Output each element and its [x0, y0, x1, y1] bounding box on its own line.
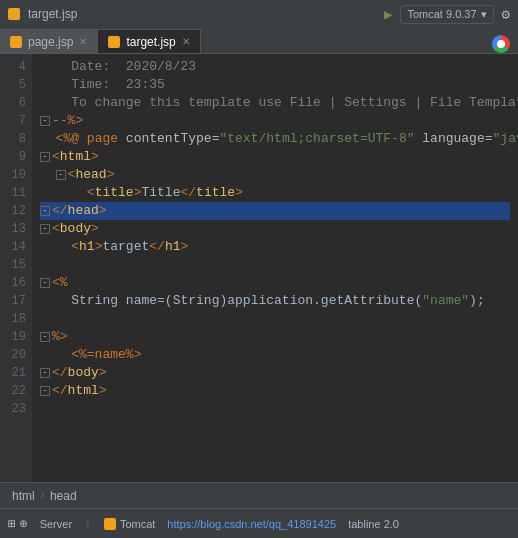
status-server: Server: [40, 518, 72, 530]
tab-page-jsp[interactable]: page.jsp ✕: [0, 29, 98, 53]
code-line-4: Date: 2020/8/23: [40, 58, 510, 76]
code-line-17: String name=(String)application.getAttri…: [40, 292, 510, 310]
tab-label-page: page.jsp: [28, 35, 73, 49]
status-tabline-label: tabline 2.0: [348, 518, 399, 530]
fold-icon-7[interactable]: -: [40, 116, 50, 126]
code-line-22: -</html>: [40, 382, 510, 400]
code-line-13: -<body>: [40, 220, 510, 238]
run-icon[interactable]: ▶: [384, 6, 392, 23]
linenum-16: 16: [6, 274, 26, 292]
linenum-20: 20: [6, 346, 26, 364]
fold-icon-12[interactable]: -: [40, 206, 50, 216]
breadcrumb-head[interactable]: head: [50, 489, 77, 503]
code-line-20: <%=name%>: [40, 346, 510, 364]
tab-icon-page: [10, 36, 22, 48]
fold-icon-19[interactable]: -: [40, 332, 50, 342]
title-bar: target.jsp ▶ Tomcat 9.0.37 ▾ ⚙: [0, 0, 518, 28]
tab-close-page[interactable]: ✕: [79, 36, 87, 47]
linenum-14: 14: [6, 238, 26, 256]
status-icons: ⊞ ⊕: [8, 516, 28, 532]
settings-icon[interactable]: ⚙: [502, 6, 510, 23]
line-numbers: 4 5 6 7 8 9 10 11 12 13 14 15 16 17 18 1…: [0, 54, 32, 482]
fold-icon-21[interactable]: -: [40, 368, 50, 378]
status-tomcat-label: Tomcat: [120, 518, 155, 530]
fold-icon-22[interactable]: -: [40, 386, 50, 396]
linenum-10: 10: [6, 166, 26, 184]
tab-icon-target: [108, 36, 120, 48]
title-bar-left: target.jsp: [8, 7, 77, 21]
linenum-5: 5: [6, 76, 26, 94]
code-line-11: <title>Title</title>: [40, 184, 510, 202]
linenum-9: 9: [6, 148, 26, 166]
linenum-13: 13: [6, 220, 26, 238]
code-line-16: -<%: [40, 274, 510, 292]
linenum-15: 15: [6, 256, 26, 274]
code-line-12: -</head>: [40, 202, 510, 220]
code-line-15: [40, 256, 510, 274]
fold-icon-9[interactable]: -: [40, 152, 50, 162]
code-line-7: ---%>: [40, 112, 510, 130]
code-line-6: To change this template use File | Setti…: [40, 94, 510, 112]
tomcat-label: Tomcat 9.0.37: [407, 8, 476, 20]
linenum-17: 17: [6, 292, 26, 310]
code-line-10: -<head>: [40, 166, 510, 184]
linenum-8: 8: [6, 130, 26, 148]
status-divider: |: [84, 516, 92, 531]
linenum-18: 18: [6, 310, 26, 328]
code-line-23: [40, 400, 510, 418]
status-bar: ⊞ ⊕ Server | Tomcat https://blog.csdn.ne…: [0, 508, 518, 538]
title-filename: target.jsp: [28, 7, 77, 21]
linenum-6: 6: [6, 94, 26, 112]
breadcrumb-sep: ›: [39, 489, 46, 503]
dropdown-icon: ▾: [481, 8, 487, 21]
code-line-14: <h1>target</h1>: [40, 238, 510, 256]
code-line-18: [40, 310, 510, 328]
code-area[interactable]: Date: 2020/8/23 Time: 23:35 To change th…: [32, 54, 518, 482]
fold-icon-16[interactable]: -: [40, 278, 50, 288]
editor: 4 5 6 7 8 9 10 11 12 13 14 15 16 17 18 1…: [0, 54, 518, 482]
code-line-9: -<html>: [40, 148, 510, 166]
linenum-7: 7: [6, 112, 26, 130]
code-line-19: -%>: [40, 328, 510, 346]
status-link[interactable]: https://blog.csdn.net/qq_41891425: [167, 518, 336, 530]
code-line-5: Time: 23:35: [40, 76, 510, 94]
linenum-12: 12: [6, 202, 26, 220]
linenum-19: 19: [6, 328, 26, 346]
code-line-8: <%@ page contentType="text/html;charset=…: [40, 130, 510, 148]
linenum-21: 21: [6, 364, 26, 382]
chrome-icon-container: [492, 35, 510, 53]
tab-label-target: target.jsp: [126, 35, 175, 49]
status-tabline: tabline 2.0: [348, 518, 399, 530]
breadcrumb-html[interactable]: html: [12, 489, 35, 503]
title-bar-right: ▶ Tomcat 9.0.37 ▾ ⚙: [384, 5, 510, 24]
status-icon-1: ⊞: [8, 516, 16, 532]
file-icon: [8, 8, 20, 20]
status-tomcat: Tomcat: [104, 518, 155, 530]
tab-bar: page.jsp ✕ target.jsp ✕: [0, 28, 518, 54]
tomcat-badge[interactable]: Tomcat 9.0.37 ▾: [400, 5, 493, 24]
linenum-22: 22: [6, 382, 26, 400]
linenum-11: 11: [6, 184, 26, 202]
breadcrumb-bar: html › head: [0, 482, 518, 508]
code-line-21: -</body>: [40, 364, 510, 382]
fold-icon-10[interactable]: -: [56, 170, 66, 180]
status-server-label: Server: [40, 518, 72, 530]
tab-close-target[interactable]: ✕: [182, 36, 190, 47]
linenum-4: 4: [6, 58, 26, 76]
status-icon-2: ⊕: [20, 516, 28, 532]
linenum-23: 23: [6, 400, 26, 418]
chrome-icon: [492, 35, 510, 53]
fold-icon-13[interactable]: -: [40, 224, 50, 234]
tomcat-icon-small: [104, 518, 116, 530]
tab-target-jsp[interactable]: target.jsp ✕: [98, 29, 200, 53]
